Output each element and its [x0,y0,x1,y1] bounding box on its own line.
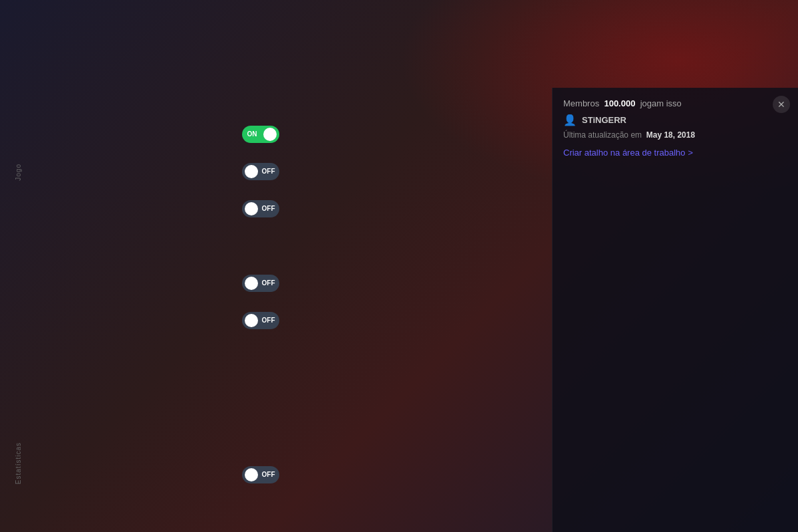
toggle-label-unlimited-rogue-stealth: OFF [262,279,275,287]
members-row: Membros 100.000 jogam isso [563,98,787,108]
toggle-label-unlimited-party-health: OFF [262,168,275,175]
toggle-label-unlimited-mana: OFF [262,471,275,478]
shortcut-label: Criar atalho na área de trabalho [563,148,686,158]
user-row: 👤 STiNGERR [563,114,787,126]
create-shortcut-link[interactable]: Criar atalho na área de trabalho > [563,148,787,158]
toggle-knob-no-equip-requirements [245,314,258,327]
toggle-label-unlimited-health: ON [247,130,257,138]
toggle-label-instant-cooldown: OFF [262,205,275,212]
sidebar-label-stats: Estatísticas [15,442,22,484]
toggle-unlimited-health[interactable]: ON [242,126,279,143]
close-panel-icon: ✕ [777,99,785,110]
toggle-label-no-equip-requirements: OFF [262,317,275,324]
members-suffix: jogam isso [640,98,682,108]
toggle-knob-instant-cooldown [245,202,258,215]
toggle-knob-unlimited-rogue-stealth [245,277,258,290]
toggle-unlimited-rogue-stealth[interactable]: OFF [242,275,279,292]
update-prefix: Última atualização em [563,130,642,140]
toggle-unlimited-mana[interactable]: OFF [242,466,279,483]
close-panel-button[interactable]: ✕ [773,96,790,113]
toggle-no-equip-requirements[interactable]: OFF [242,312,279,329]
update-row: Última atualização em May 18, 2018 [563,130,787,140]
right-panel: ✕ Membros 100.000 jogam isso 👤 STiNGERR … [552,88,798,532]
user-icon-sm: 👤 [563,114,577,126]
toggle-unlimited-party-health[interactable]: OFF [242,163,279,180]
members-count: 100.000 [604,98,635,108]
members-label: Membros [563,98,599,108]
toggle-knob-unlimited-health [263,128,277,141]
update-date: May 18, 2018 [646,130,695,140]
toggle-instant-cooldown[interactable]: OFF [242,200,279,217]
toggle-knob-unlimited-party-health [245,165,258,178]
sidebar-label-game: Jogo [15,164,22,181]
mod-username: STiNGERR [582,115,626,125]
shortcut-chevron-icon: > [688,148,694,158]
toggle-knob-unlimited-mana [245,468,258,481]
